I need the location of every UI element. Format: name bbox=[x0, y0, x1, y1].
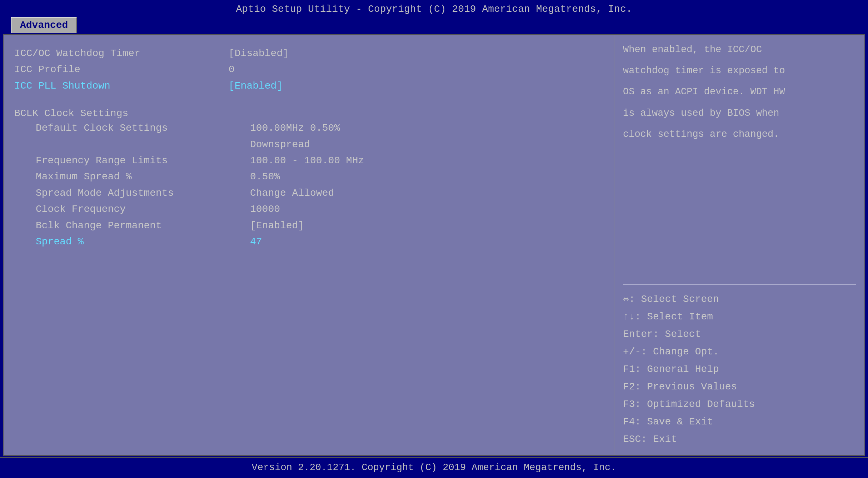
title-bar: Aptio Setup Utility - Copyright (C) 2019… bbox=[0, 0, 868, 15]
shortcut-7: F4: Save & Exit bbox=[623, 413, 856, 430]
title-text: Aptio Setup Utility - Copyright (C) 2019… bbox=[236, 4, 632, 15]
label-spread-mode: Spread Mode Adjustments bbox=[36, 185, 250, 201]
setting-row-default-clock[interactable]: Default Clock Settings 100.00MHz 0.50% bbox=[14, 120, 603, 136]
setting-row-max-spread[interactable]: Maximum Spread % 0.50% bbox=[14, 169, 603, 184]
setting-row-spread-mode[interactable]: Spread Mode Adjustments Change Allowed bbox=[14, 185, 603, 201]
desc-line-3: is always used by BIOS when bbox=[623, 106, 856, 121]
shortcut-6: F3: Optimized Defaults bbox=[623, 395, 856, 413]
shortcut-5: F2: Previous Values bbox=[623, 378, 856, 395]
tab-advanced[interactable]: Advanced bbox=[11, 17, 77, 33]
value-clock-freq: 10000 bbox=[250, 201, 280, 217]
setting-row-spread-pct[interactable]: Spread % 47 bbox=[14, 234, 603, 249]
value-spread-pct: 47 bbox=[250, 234, 262, 249]
footer-text: Version 2.20.1271. Copyright (C) 2019 Am… bbox=[252, 462, 617, 473]
tab-bar: Advanced bbox=[0, 15, 868, 33]
value-default-clock-downspread: Downspread bbox=[250, 137, 310, 152]
shortcut-8: ESC: Exit bbox=[623, 430, 856, 448]
label-spread-pct: Spread % bbox=[36, 234, 250, 249]
right-panel: When enabled, the ICC/OC watchdog timer … bbox=[614, 35, 864, 455]
footer-bar: Version 2.20.1271. Copyright (C) 2019 Am… bbox=[0, 457, 868, 477]
value-icc-pll: [Enabled] bbox=[229, 78, 283, 94]
main-area: ICC/OC Watchdog Timer [Disabled] ICC Pro… bbox=[3, 34, 865, 456]
divider bbox=[623, 284, 856, 285]
label-max-spread: Maximum Spread % bbox=[36, 169, 250, 184]
desc-line-0: When enabled, the ICC/OC bbox=[623, 42, 856, 58]
shortcut-1: ↑↓: Select Item bbox=[623, 308, 856, 325]
label-icc-profile: ICC Profile bbox=[14, 62, 229, 77]
value-default-clock: 100.00MHz 0.50% bbox=[250, 120, 340, 136]
setting-row-bclk-change[interactable]: Bclk Change Permanent [Enabled] bbox=[14, 218, 603, 233]
value-spread-mode: Change Allowed bbox=[250, 185, 334, 201]
value-max-spread: 0.50% bbox=[250, 169, 280, 184]
value-icc-profile: 0 bbox=[229, 62, 235, 77]
shortcut-4: F1: General Help bbox=[623, 360, 856, 378]
desc-line-4: clock settings are changed. bbox=[623, 127, 856, 142]
shortcut-0: ⇔: Select Screen bbox=[623, 290, 856, 308]
shortcut-3: +/-: Change Opt. bbox=[623, 343, 856, 360]
setting-row-default-clock-2: Downspread bbox=[14, 137, 603, 152]
setting-row-icc-pll[interactable]: ICC PLL Shutdown [Enabled] bbox=[14, 78, 603, 94]
left-panel: ICC/OC Watchdog Timer [Disabled] ICC Pro… bbox=[4, 35, 614, 455]
section-header-bclk: BCLK Clock Settings bbox=[14, 108, 603, 119]
shortcuts-area: ⇔: Select Screen ↑↓: Select Item Enter: … bbox=[623, 290, 856, 448]
label-default-clock: Default Clock Settings bbox=[36, 120, 250, 136]
label-watchdog: ICC/OC Watchdog Timer bbox=[14, 46, 229, 61]
label-icc-pll: ICC PLL Shutdown bbox=[14, 78, 229, 94]
description-area: When enabled, the ICC/OC watchdog timer … bbox=[623, 42, 856, 278]
setting-row-icc-profile[interactable]: ICC Profile 0 bbox=[14, 62, 603, 77]
label-clock-freq: Clock Frequency bbox=[36, 201, 250, 217]
label-bclk-change: Bclk Change Permanent bbox=[36, 218, 250, 233]
setting-row-freq-range[interactable]: Frequency Range Limits 100.00 - 100.00 M… bbox=[14, 153, 603, 168]
setting-row-watchdog[interactable]: ICC/OC Watchdog Timer [Disabled] bbox=[14, 46, 603, 61]
value-watchdog: [Disabled] bbox=[229, 46, 289, 61]
shortcut-2: Enter: Select bbox=[623, 325, 856, 343]
desc-line-2: OS as an ACPI device. WDT HW bbox=[623, 84, 856, 100]
value-freq-range: 100.00 - 100.00 MHz bbox=[250, 153, 364, 168]
value-bclk-change: [Enabled] bbox=[250, 218, 304, 233]
setting-row-clock-freq[interactable]: Clock Frequency 10000 bbox=[14, 201, 603, 217]
label-freq-range: Frequency Range Limits bbox=[36, 153, 250, 168]
desc-line-1: watchdog timer is exposed to bbox=[623, 63, 856, 79]
